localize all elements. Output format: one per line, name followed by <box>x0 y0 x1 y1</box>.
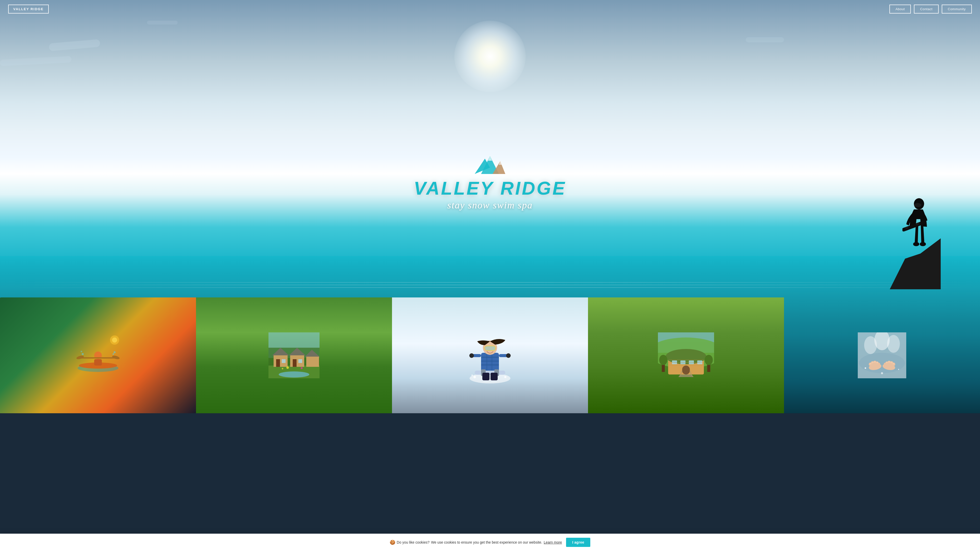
gallery-item-spa[interactable] <box>784 297 980 413</box>
gallery-item-cabins[interactable] <box>196 297 392 413</box>
cookie-emoji: 🍪 <box>390 540 395 545</box>
svg-rect-47 <box>486 353 487 373</box>
spa-overlay <box>784 297 980 413</box>
svg-rect-34 <box>293 359 297 367</box>
cookie-agree-button[interactable]: I agree <box>566 538 590 547</box>
cookie-question: Do you like cookies? <box>397 540 430 545</box>
svg-point-103 <box>872 362 873 363</box>
svg-point-38 <box>279 372 309 378</box>
svg-point-79 <box>659 355 667 365</box>
svg-point-98 <box>884 363 886 365</box>
brand-name: VALLEY RIDGE <box>414 179 566 197</box>
svg-point-55 <box>506 353 511 358</box>
svg-rect-15 <box>94 359 102 365</box>
water-ripple-1 <box>0 282 980 283</box>
cookie-text: 🍪 Do you like cookies? We use cookies to… <box>390 540 562 545</box>
svg-point-24 <box>112 338 117 343</box>
svg-point-107 <box>891 362 892 363</box>
snowboarder-girl-overlay <box>392 297 588 413</box>
svg-point-109 <box>886 362 888 363</box>
svg-point-106 <box>892 363 894 365</box>
svg-point-40 <box>301 367 303 369</box>
svg-rect-51 <box>485 346 495 350</box>
svg-point-61 <box>473 376 476 378</box>
svg-point-39 <box>286 366 289 369</box>
svg-rect-36 <box>306 357 319 367</box>
svg-point-1 <box>914 203 921 207</box>
hero-section: VALLEY RIDGE About Contact Community VAL… <box>0 0 980 413</box>
svg-point-19 <box>82 353 84 355</box>
svg-point-92 <box>878 363 880 365</box>
gallery-item-snowboarder-girl[interactable] <box>392 297 588 413</box>
svg-point-101 <box>881 372 883 374</box>
hero-tagline: stay snow swim spa <box>414 200 566 211</box>
nav-links: About Contact Community <box>889 5 972 14</box>
cabins-overlay <box>196 297 392 413</box>
svg-point-3 <box>920 242 926 246</box>
hero-gallery <box>0 297 980 413</box>
svg-rect-44 <box>481 357 499 358</box>
svg-point-100 <box>898 369 899 370</box>
cloud-1 <box>49 39 100 51</box>
water-ripples <box>0 282 980 297</box>
svg-rect-72 <box>682 365 690 375</box>
svg-point-105 <box>877 362 878 363</box>
snowboarder-silhouette <box>869 192 941 289</box>
hero-content: VALLEY RIDGE stay snow swim spa <box>414 154 566 211</box>
svg-rect-46 <box>481 364 499 365</box>
cookie-body: We use cookies to ensure you get the bes… <box>431 540 542 545</box>
cookie-banner: 🍪 Do you like cookies? We use cookies to… <box>0 534 980 551</box>
svg-rect-60 <box>490 373 498 380</box>
svg-point-18 <box>112 355 120 360</box>
svg-rect-56 <box>475 371 505 375</box>
svg-rect-45 <box>481 360 499 362</box>
learn-more-button[interactable]: Learn more <box>544 540 562 545</box>
cloud-2 <box>0 56 72 66</box>
cloud-3 <box>746 37 784 42</box>
svg-point-99 <box>865 367 866 369</box>
svg-point-41 <box>282 368 283 369</box>
kayak-overlay <box>0 297 196 413</box>
gallery-item-building[interactable] <box>588 297 784 413</box>
svg-point-102 <box>870 363 872 365</box>
svg-point-22 <box>114 351 116 353</box>
cloud-4 <box>147 21 178 24</box>
community-nav-button[interactable]: Community <box>942 5 972 14</box>
svg-point-21 <box>81 351 82 352</box>
svg-rect-30 <box>276 359 280 367</box>
svg-point-17 <box>76 355 84 360</box>
navbar: VALLEY RIDGE About Contact Community <box>0 0 980 18</box>
svg-point-54 <box>469 353 474 358</box>
svg-marker-10 <box>488 156 492 161</box>
building-overlay <box>588 297 784 413</box>
svg-point-20 <box>113 353 114 355</box>
svg-point-108 <box>888 361 890 363</box>
logo-button[interactable]: VALLEY RIDGE <box>8 5 49 14</box>
svg-rect-31 <box>282 359 286 363</box>
about-nav-button[interactable]: About <box>889 5 911 14</box>
mountain-logo <box>414 154 566 176</box>
svg-point-2 <box>913 242 919 246</box>
water-ripple-2 <box>0 285 980 285</box>
contact-nav-button[interactable]: Contact <box>914 5 939 14</box>
svg-point-62 <box>504 376 506 378</box>
svg-point-83 <box>859 353 905 373</box>
gallery-item-kayak[interactable] <box>0 297 196 413</box>
svg-point-104 <box>874 361 876 363</box>
svg-rect-48 <box>491 353 493 373</box>
svg-point-81 <box>705 355 713 365</box>
svg-point-63 <box>471 375 473 376</box>
svg-rect-59 <box>482 373 490 380</box>
svg-rect-35 <box>298 359 302 363</box>
svg-point-86 <box>887 335 900 353</box>
water-ripple-3 <box>0 287 980 288</box>
snowboarder-figure <box>902 196 933 262</box>
